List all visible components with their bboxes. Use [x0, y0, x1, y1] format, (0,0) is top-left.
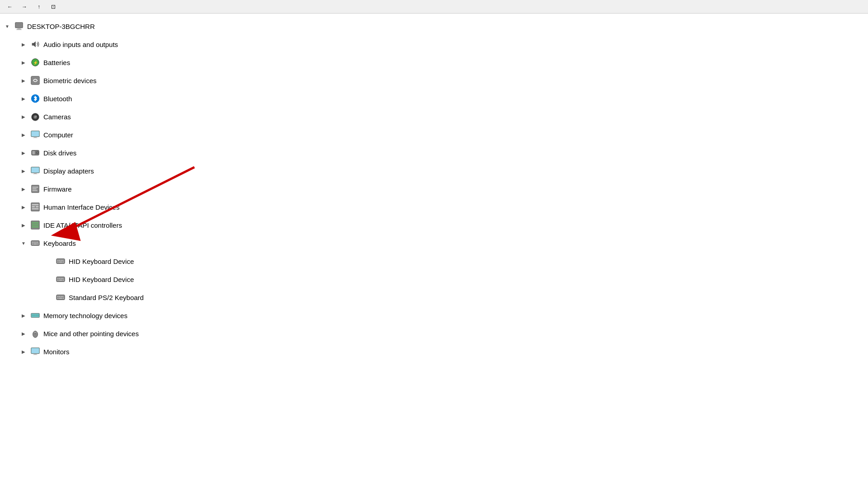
svg-rect-82	[34, 354, 37, 355]
audio-label: Audio inputs and outputs	[43, 41, 118, 48]
ide-label: IDE ATA/ATAPI controllers	[43, 221, 122, 229]
svg-rect-53	[57, 277, 65, 282]
hid-kbd-2-item[interactable]: HID Keyboard Device	[0, 270, 868, 288]
svg-text:⚡: ⚡	[33, 60, 38, 66]
computer-icon	[13, 20, 25, 33]
battery-icon: ⚡	[29, 56, 42, 69]
batteries-label: Batteries	[43, 59, 70, 66]
svg-rect-56	[61, 278, 62, 279]
mice-chevron	[20, 330, 27, 337]
svg-rect-74	[37, 314, 38, 317]
svg-rect-17	[33, 151, 35, 154]
svg-rect-64	[61, 296, 62, 297]
biometric-chevron	[20, 77, 27, 84]
svg-rect-66	[57, 298, 59, 299]
memory-icon	[29, 309, 42, 322]
firmware-icon	[29, 183, 42, 195]
keyboards-chevron	[20, 239, 27, 247]
svg-rect-81	[32, 348, 39, 353]
svg-rect-34	[32, 222, 39, 224]
hid-kbd-1-label: HID Keyboard Device	[69, 258, 134, 265]
displayadapters-item[interactable]: Display adapters	[0, 162, 868, 180]
memory-item[interactable]: Memory technology devices	[0, 306, 868, 324]
svg-rect-75	[38, 314, 39, 317]
batteries-chevron	[20, 59, 27, 66]
biometric-item[interactable]: Biometric devices	[0, 71, 868, 89]
monitors-chevron	[20, 348, 27, 355]
keyboard-device-icon	[54, 255, 67, 267]
display-icon	[29, 164, 42, 177]
refresh-button[interactable]: ⊡	[47, 2, 60, 12]
bluetooth-icon	[29, 92, 42, 105]
computer-item[interactable]: Computer	[0, 126, 868, 144]
firmware-item[interactable]: Firmware	[0, 180, 868, 198]
svg-rect-23	[33, 174, 37, 174]
diskdrives-item[interactable]: Disk drives	[0, 144, 868, 162]
svg-rect-58	[57, 280, 59, 281]
bluetooth-chevron	[20, 95, 27, 102]
monitors-item[interactable]: Monitors	[0, 343, 868, 361]
svg-rect-51	[59, 262, 62, 263]
diskdrives-label: Disk drives	[43, 149, 76, 157]
cameras-item[interactable]: Cameras	[0, 108, 868, 126]
memory-label: Memory technology devices	[43, 312, 127, 319]
svg-rect-47	[59, 260, 60, 261]
diskdrives-chevron	[20, 149, 27, 156]
ide-icon	[29, 219, 42, 231]
svg-rect-39	[33, 242, 35, 243]
svg-point-19	[37, 152, 38, 153]
svg-rect-0	[15, 23, 23, 28]
hid-kbd-1-item[interactable]: HID Keyboard Device	[0, 252, 868, 270]
svg-rect-13	[32, 131, 39, 136]
svg-rect-32	[32, 208, 39, 210]
svg-rect-35	[32, 224, 39, 225]
svg-rect-42	[32, 244, 33, 244]
ide-item[interactable]: IDE ATA/ATAPI controllers	[0, 216, 868, 234]
svg-rect-52	[63, 262, 64, 263]
svg-rect-26	[33, 188, 37, 189]
audio-item[interactable]: Audio inputs and outputs	[0, 35, 868, 53]
svg-rect-43	[33, 244, 37, 244]
monitor-icon	[29, 128, 42, 141]
root-item[interactable]: DESKTOP-3BGCHRR	[0, 17, 868, 35]
keyboards-item[interactable]: Keyboards	[0, 234, 868, 252]
svg-rect-61	[57, 295, 65, 300]
camera-icon	[29, 110, 42, 123]
up-button[interactable]: ↑	[33, 2, 45, 12]
ps2-kbd-label: Standard PS/2 Keyboard	[69, 294, 144, 301]
svg-rect-68	[63, 298, 64, 299]
computer-label: Computer	[43, 131, 73, 139]
svg-rect-55	[59, 278, 60, 279]
ps2-kbd-item[interactable]: Standard PS/2 Keyboard	[0, 288, 868, 306]
batteries-item[interactable]: ⚡ Batteries	[0, 53, 868, 71]
forward-button[interactable]: →	[18, 2, 31, 12]
svg-rect-21	[32, 168, 39, 173]
biometric-label: Biometric devices	[43, 77, 97, 84]
hid-kbd-2-label: HID Keyboard Device	[69, 276, 134, 283]
memory-chevron	[20, 312, 27, 319]
bluetooth-item[interactable]: Bluetooth	[0, 89, 868, 108]
svg-point-11	[36, 116, 37, 117]
audio-chevron	[20, 41, 27, 48]
displayadapters-label: Display adapters	[43, 167, 94, 175]
svg-rect-50	[57, 262, 59, 263]
hid-label: Human Interface Devices	[43, 203, 119, 211]
keyboards-label: Keyboards	[43, 239, 76, 247]
svg-rect-63	[59, 296, 60, 297]
computer-chevron	[20, 131, 27, 138]
back-button[interactable]: ←	[4, 2, 16, 12]
svg-rect-60	[63, 280, 64, 281]
svg-point-79	[35, 331, 36, 332]
svg-rect-6	[31, 76, 39, 84]
biometric-icon	[29, 74, 42, 87]
svg-rect-36	[32, 226, 39, 228]
device-tree: DESKTOP-3BGCHRR Audio inputs and outputs…	[0, 14, 868, 488]
svg-rect-31	[36, 206, 38, 207]
svg-rect-70	[32, 314, 33, 317]
svg-rect-54	[57, 278, 59, 279]
svg-rect-15	[33, 137, 37, 138]
mice-item[interactable]: Mice and other pointing devices	[0, 324, 868, 343]
svg-rect-71	[33, 314, 34, 317]
hid-item[interactable]: Human Interface Devices	[0, 198, 868, 216]
cameras-chevron	[20, 113, 27, 120]
